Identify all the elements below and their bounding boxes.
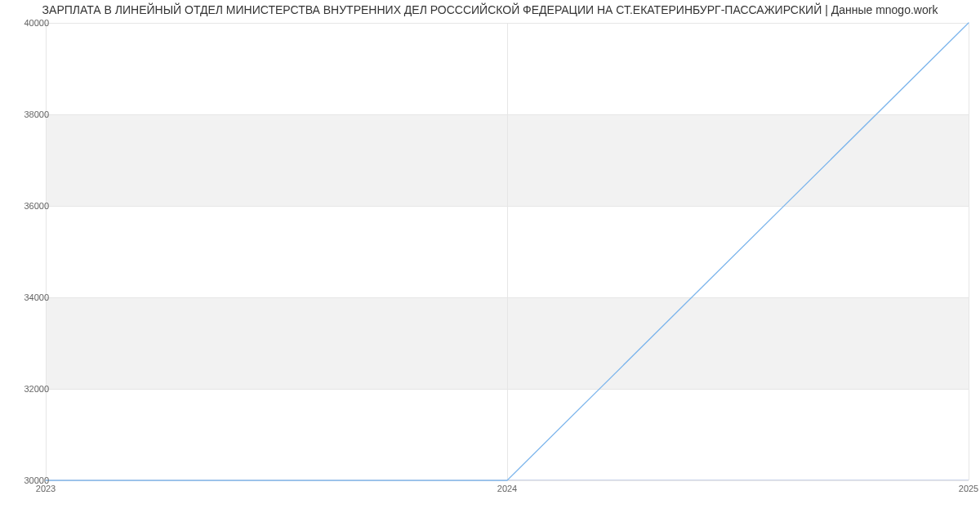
x-axis-tick: 2025 xyxy=(959,484,978,493)
y-axis-tick: 40000 xyxy=(10,18,49,28)
y-axis-tick: 32000 xyxy=(10,384,49,394)
gridline-vertical xyxy=(969,23,969,480)
y-axis-tick: 34000 xyxy=(10,292,49,302)
y-axis-tick: 38000 xyxy=(10,109,49,119)
line-series xyxy=(46,23,291,145)
plot-area xyxy=(46,23,969,480)
chart-container: ЗАРПЛАТА В ЛИНЕЙНЫЙ ОТДЕЛ МИНИСТЕРСТВА В… xyxy=(0,0,980,506)
chart-title: ЗАРПЛАТА В ЛИНЕЙНЫЙ ОТДЕЛ МИНИСТЕРСТВА В… xyxy=(0,3,980,16)
gridline-vertical xyxy=(507,23,508,480)
x-axis-tick: 2023 xyxy=(36,484,56,493)
x-axis-tick: 2024 xyxy=(497,484,517,493)
y-axis-tick: 36000 xyxy=(10,201,49,211)
